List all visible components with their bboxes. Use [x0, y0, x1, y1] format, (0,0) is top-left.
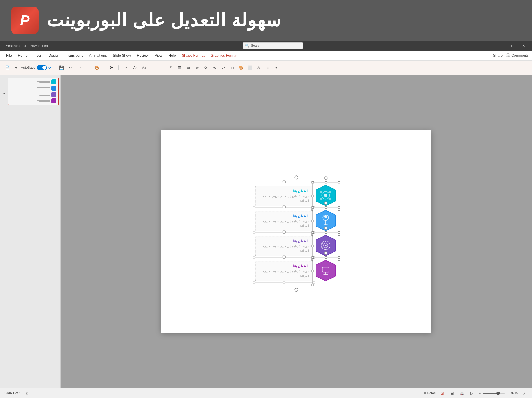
copy-btn[interactable]: ⎘: [167, 64, 175, 72]
handle3-bl[interactable]: [253, 256, 255, 258]
hex2-handle-tc[interactable]: [325, 206, 327, 208]
rotate-handle-2[interactable]: [283, 205, 286, 208]
hex4-handle-tl[interactable]: [312, 256, 314, 259]
arrange-btn[interactable]: ⊛: [193, 64, 201, 72]
hex4-handle-tr[interactable]: [338, 256, 340, 259]
share-button[interactable]: ↑ Share: [490, 53, 503, 57]
hex-handle-tl[interactable]: [312, 181, 314, 183]
menu-help[interactable]: Help: [166, 52, 179, 59]
info-textbox-2[interactable]: العنوان هنا من هنا لا يطمح إلى تقديم عرو…: [255, 211, 313, 231]
normal-view-btn[interactable]: ⊡: [84, 64, 92, 72]
hex-handle-tr[interactable]: [338, 181, 340, 183]
menu-view[interactable]: View: [152, 52, 165, 59]
menu-slideshow[interactable]: Slide Show: [110, 52, 134, 59]
handle3-ml[interactable]: [253, 245, 255, 247]
shape-fill-btn[interactable]: 🎨: [237, 64, 245, 72]
menu-insert[interactable]: Insert: [31, 52, 45, 59]
slide-btn[interactable]: ▭: [184, 64, 192, 72]
hex-rotate-handle-3[interactable]: [324, 226, 327, 230]
font-size-down-btn[interactable]: A↓: [140, 64, 148, 72]
menu-home[interactable]: Home: [15, 52, 30, 59]
hex-rotate-handle-2[interactable]: [324, 201, 327, 205]
handle-tc[interactable]: [283, 184, 285, 186]
text-color-btn[interactable]: A: [255, 64, 263, 72]
hex3-handle-mr[interactable]: [338, 245, 340, 247]
hex-handle-mr[interactable]: [338, 195, 340, 197]
slide-sorter-button[interactable]: ⊞: [449, 390, 455, 397]
undo-button[interactable]: ↩: [67, 64, 74, 72]
hex2-handle-ml[interactable]: [312, 220, 314, 222]
toolbar-new-btn[interactable]: 📄: [3, 64, 11, 72]
cut-btn[interactable]: ✂: [123, 64, 131, 72]
slide-canvas[interactable]: العنوان هنا من هنا لا يطمح إلى تقديم عرو…: [161, 130, 431, 333]
zoom-thumb[interactable]: [496, 392, 500, 395]
hex-icon-4[interactable]: [314, 259, 338, 283]
menu-shape-format[interactable]: Shape Format: [179, 52, 207, 59]
hex3-handle-tl[interactable]: [312, 231, 314, 234]
group-rotate-handle-bottom[interactable]: [294, 288, 298, 292]
group-rotate-handle-top[interactable]: [294, 175, 298, 179]
handle-bl[interactable]: [253, 206, 255, 208]
zoom-out-icon[interactable]: −: [479, 391, 481, 395]
menu-review[interactable]: Review: [134, 52, 151, 59]
zoom-slider[interactable]: − + 94%: [479, 391, 518, 395]
align-btn[interactable]: ⊜: [211, 64, 219, 72]
hex4-handle-ml[interactable]: [312, 270, 314, 272]
outline-btn[interactable]: ⬜: [246, 64, 254, 72]
autosave-toggle[interactable]: [37, 65, 47, 70]
hex-handle-tc[interactable]: [325, 181, 327, 183]
hex2-handle-mr[interactable]: [338, 220, 340, 222]
handle4-ml[interactable]: [253, 270, 255, 272]
handle2-bl[interactable]: [253, 231, 255, 233]
handle4-bc[interactable]: [283, 281, 285, 283]
handle2-ml[interactable]: [253, 220, 255, 222]
flip-btn[interactable]: ⇄: [220, 64, 227, 72]
search-box[interactable]: 🔍 Search: [243, 42, 303, 49]
normal-view-button[interactable]: ⊡: [439, 390, 446, 397]
reading-view-button[interactable]: 📖: [459, 390, 465, 397]
font-size-input[interactable]: 9+: [105, 65, 119, 70]
hex2-handle-tr[interactable]: [338, 206, 340, 208]
slide-1-thumbnail[interactable]: [8, 78, 59, 105]
rotate-btn[interactable]: ⟳: [202, 64, 210, 72]
hex3-handle-tc[interactable]: [325, 231, 327, 234]
hex-handle-ml[interactable]: [312, 195, 314, 197]
fit-window-button[interactable]: ⤢: [521, 390, 528, 397]
zoom-in-icon[interactable]: +: [507, 391, 509, 395]
handle-ml[interactable]: [253, 195, 255, 197]
handle2-tl[interactable]: [253, 209, 255, 211]
group-btn[interactable]: ⊞: [149, 64, 157, 72]
rotate-handle-4[interactable]: [283, 255, 286, 259]
hex3-handle-ml[interactable]: [312, 245, 314, 247]
rotate-handle-3[interactable]: [283, 230, 286, 234]
hex4-handle-tc[interactable]: [325, 256, 327, 259]
info-textbox-4[interactable]: العنوان هنا من هنا لا يطمح إلى تقديم عرو…: [255, 261, 313, 281]
info-textbox-3[interactable]: العنوان هنا من هنا لا يطمح إلى تقديم عرو…: [255, 236, 313, 256]
menu-file[interactable]: File: [3, 52, 15, 59]
redo-button[interactable]: ↪: [75, 64, 83, 72]
hex3-handle-tr[interactable]: [338, 231, 340, 234]
handle4-tc[interactable]: [283, 259, 285, 261]
info-textbox-1[interactable]: العنوان هنا من هنا لا يطمح إلى تقديم عرو…: [255, 186, 313, 206]
menu-design[interactable]: Design: [46, 52, 62, 59]
handle-tl[interactable]: [253, 184, 255, 186]
ungroup-btn[interactable]: ⊟: [158, 64, 166, 72]
hex4-handle-mr[interactable]: [338, 270, 340, 272]
minimize-button[interactable]: –: [498, 42, 506, 50]
slideshow-view-button[interactable]: ▷: [469, 390, 475, 397]
font-size-up-btn[interactable]: A↑: [132, 64, 139, 72]
rotate-handle-1[interactable]: [283, 180, 286, 183]
menu-transitions[interactable]: Transitions: [63, 52, 86, 59]
notes-button[interactable]: ≡ Notes: [424, 391, 436, 395]
hex4-handle-bl[interactable]: [312, 284, 314, 286]
restore-button[interactable]: ◻: [509, 42, 517, 50]
hex2-handle-tl[interactable]: [312, 206, 314, 208]
zoom-bar[interactable]: [483, 393, 505, 394]
handle4-bl[interactable]: [253, 281, 255, 283]
distribute-btn[interactable]: ⊟: [229, 64, 236, 72]
close-button[interactable]: ✕: [520, 42, 528, 50]
handle3-tc[interactable]: [283, 234, 285, 236]
save-button[interactable]: 💾: [58, 64, 66, 72]
hex-rotate-handle-4[interactable]: [324, 251, 327, 255]
menu-animations[interactable]: Animations: [86, 52, 110, 59]
